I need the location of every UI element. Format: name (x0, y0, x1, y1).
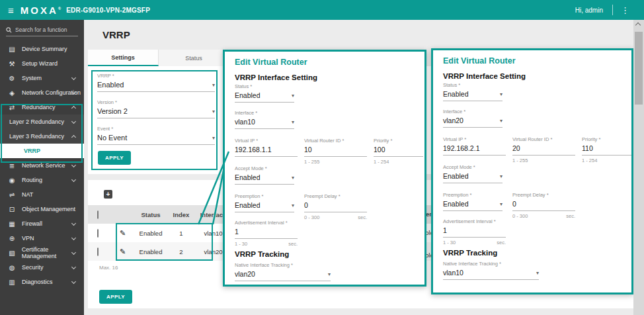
registered-mark: ® (58, 7, 61, 11)
field-value: 0 (512, 200, 516, 208)
sidebar-item-label: Network Service (22, 162, 65, 169)
priority-input[interactable]: Priority * 110 1 - 254 (582, 136, 631, 163)
virtual-router-id-input[interactable]: Virtual Router ID * 20 1 - 255 (512, 136, 575, 163)
native-interface-tracking-select[interactable]: Native Interface Tracking * vlan20▾ (235, 262, 331, 281)
routing-icon: ◉ (7, 177, 17, 184)
virtual-router-id-input[interactable]: Virtual Router ID * 10 1 - 255 (304, 138, 367, 165)
field-label: Native Interface Tracking * (235, 262, 331, 268)
scrollbar[interactable] (633, 20, 644, 315)
field-value: Enabled (443, 200, 469, 208)
redundancy-icon: ⇄ (7, 104, 17, 111)
apply-button[interactable]: APPLY (98, 151, 131, 165)
field-value: Enabled (235, 173, 261, 181)
dropdown-arrow-icon: ▾ (212, 82, 215, 88)
chevron-up-icon (71, 135, 76, 140)
hamburger-menu-icon[interactable]: ≡ (8, 5, 14, 16)
system-icon: ⚙ (7, 75, 17, 82)
event-select[interactable]: Event * No Event▾ (97, 126, 215, 145)
dropdown-arrow-icon: ▾ (500, 173, 503, 179)
moxa-logo: MOXA® (20, 5, 61, 16)
search-input[interactable] (15, 26, 76, 33)
virtual-ip-input[interactable]: Virtual IP * 192.168.2.1 (443, 136, 506, 156)
select-all-checkbox[interactable] (97, 210, 99, 219)
preempt-delay-input[interactable]: Preempt Delay * 0 0 - 300sec. (512, 192, 575, 219)
sidebar-item-object-management[interactable]: ⊡Object Management (0, 202, 84, 216)
scrollbar-thumb[interactable] (635, 32, 643, 105)
field-value: Enabled (443, 172, 469, 180)
network-service-icon: ≣ (7, 162, 17, 169)
interface-select[interactable]: Interface * vlan20▾ (443, 109, 503, 128)
section-heading: VRRP Interface Setting (235, 73, 317, 81)
search-icon (6, 27, 12, 33)
top-bar: ≡ MOXA® EDR-G9010-VPN-2MGSFP Hi, admin ⋮ (0, 0, 644, 20)
row-checkbox[interactable] (97, 248, 99, 256)
accept-mode-select[interactable]: Accept Mode * Enabled▾ (235, 165, 294, 185)
sidebar-item-nat[interactable]: ⇌NAT (0, 187, 84, 202)
sidebar-item-redundancy[interactable]: ⇄Redundancy (0, 100, 84, 114)
preempt-delay-input[interactable]: Preempt Delay * 0 0 - 300sec. (304, 193, 367, 220)
sidebar-item-layer3-redundancy[interactable]: Layer 3 Redundancy (0, 129, 84, 144)
priority-input[interactable]: Priority * 100 1 - 254 (374, 138, 423, 165)
interface-select[interactable]: Interface * vlan10▾ (235, 110, 294, 129)
sidebar-item-network-configuration[interactable]: ◈Network Configuration (0, 85, 84, 100)
chevron-down-icon (71, 119, 76, 124)
sidebar-item-firewall[interactable]: ▦Firewall (0, 216, 84, 231)
accept-mode-select[interactable]: Accept Mode * Enabled▾ (443, 164, 503, 183)
sidebar-item-certificate-management[interactable]: ▧Certificate Management (0, 246, 84, 260)
column-header-status: Status (134, 211, 167, 218)
dropdown-arrow-icon: ▾ (292, 202, 294, 208)
dropdown-arrow-icon: ▾ (292, 119, 294, 125)
add-virtual-router-button[interactable]: + (104, 190, 112, 199)
scroll-up-arrow-icon[interactable] (635, 22, 641, 28)
chevron-down-icon (71, 177, 76, 182)
preemption-select[interactable]: Preemption * Enabled▾ (235, 193, 294, 212)
device-summary-icon: ▤ (7, 46, 17, 53)
field-label: Virtual Router ID * (304, 138, 367, 144)
preemption-select[interactable]: Preemption * Enabled▾ (443, 192, 503, 211)
sidebar-item-system[interactable]: ⚙System (0, 71, 84, 85)
device-name: EDR-G9010-VPN-2MGSFP (66, 7, 150, 14)
sidebar-item-layer2-redundancy[interactable]: Layer 2 Redundancy (0, 114, 84, 129)
version-select[interactable]: Version * Version 2▾ (97, 99, 215, 118)
edit-icon[interactable]: ✎ (120, 229, 126, 238)
status-select[interactable]: Status * Enabled▾ (235, 83, 294, 103)
field-value: 20 (512, 144, 520, 152)
sidebar-item-vpn[interactable]: ⊕VPN (0, 231, 84, 246)
field-label: Version * (97, 99, 215, 105)
sidebar-item-label: VRRP (24, 148, 40, 154)
field-value: 1 (235, 228, 239, 236)
edit-icon[interactable]: ✎ (120, 248, 126, 256)
tab-settings[interactable]: Settings (88, 50, 159, 66)
sidebar-search[interactable] (6, 26, 78, 36)
field-label: Virtual IP * (443, 136, 506, 142)
chevron-up-icon (71, 106, 76, 111)
sidebar-item-network-service[interactable]: ≣Network Service (0, 158, 84, 173)
native-interface-tracking-select[interactable]: Native Interface Tracking * vlan10▾ (443, 261, 539, 280)
advertisement-interval-input[interactable]: Advertisement Interval * 1 1 - 30sec. (235, 220, 298, 247)
virtual-ip-input[interactable]: Virtual IP * 192.168.1.1 (235, 138, 298, 157)
sidebar-item-label: Layer 2 Redundancy (9, 118, 64, 125)
sidebar-item-setup-wizard[interactable]: ⚒Setup Wizard (0, 56, 84, 71)
sidebar-item-routing[interactable]: ◉Routing (0, 173, 84, 187)
sidebar-item-security[interactable]: ◍Security (0, 260, 84, 275)
field-hint: 1 - 255 (304, 159, 319, 165)
tab-status[interactable]: Status (159, 50, 229, 66)
status-select[interactable]: Status * Enabled▾ (443, 82, 503, 101)
kebab-menu-icon[interactable]: ⋮ (621, 5, 629, 15)
dropdown-arrow-icon: ▾ (500, 118, 503, 124)
sidebar-item-device-summary[interactable]: ▤Device Summary (0, 42, 84, 56)
section-heading: VRRP Tracking (443, 249, 497, 257)
sidebar-item-label: Object Management (22, 206, 75, 212)
vrrp-select[interactable]: VRRP * Enabled▾ (97, 73, 215, 92)
sidebar-item-vrrp[interactable]: VRRP (0, 144, 84, 158)
field-value: Enabled (443, 90, 469, 98)
sidebar-item-label: NAT (22, 191, 33, 198)
advertisement-interval-input[interactable]: Advertisement Interval * 1 1 - 30sec. (443, 218, 506, 246)
field-label: Status * (235, 83, 294, 89)
dropdown-arrow-icon: ▾ (292, 93, 294, 99)
vpn-icon: ⊕ (7, 235, 17, 242)
network-configuration-icon: ◈ (7, 89, 17, 97)
sidebar-item-diagnostics[interactable]: ▥Diagnostics (0, 275, 84, 289)
row-checkbox[interactable] (97, 229, 99, 238)
apply-button[interactable]: APPLY (99, 290, 132, 304)
